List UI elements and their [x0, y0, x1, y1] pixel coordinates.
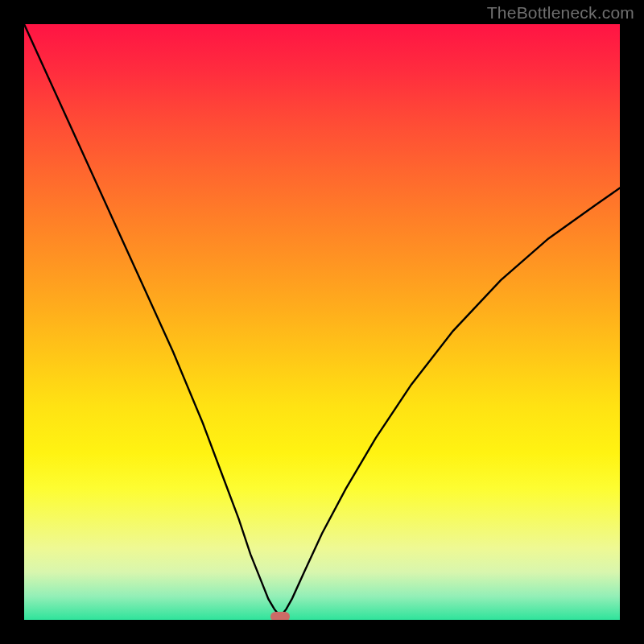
watermark-text: TheBottleneck.com: [487, 3, 634, 23]
curve-left-branch: [24, 24, 279, 615]
chart-stage: TheBottleneck.com: [0, 0, 644, 644]
optimal-point-marker: [270, 612, 290, 620]
curve-layer: [24, 24, 620, 620]
plot-area: [24, 24, 620, 620]
curve-right-branch: [282, 188, 620, 616]
